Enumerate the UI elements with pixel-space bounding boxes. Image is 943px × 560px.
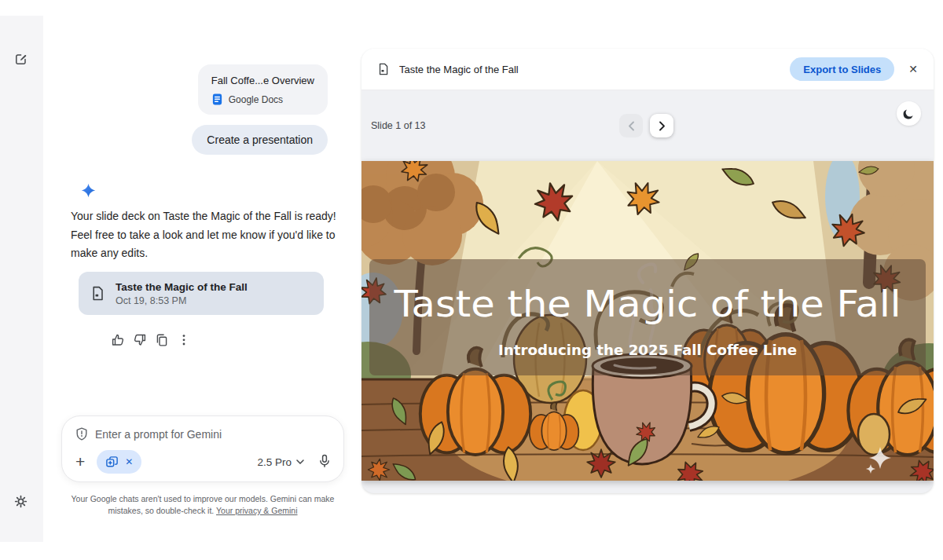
slide-title: Taste the Magic of the Fall <box>393 283 901 325</box>
chip-close-icon[interactable]: ✕ <box>125 456 133 467</box>
chevron-left-icon <box>628 121 635 131</box>
slide-counter: Slide 1 of 13 <box>371 120 426 131</box>
response-actions <box>110 333 192 349</box>
attachment-title: Fall Coffe...e Overview <box>211 75 314 86</box>
context-chip[interactable]: ✕ <box>97 450 141 474</box>
export-to-slides-button[interactable]: Export to Slides <box>790 57 894 81</box>
attachment-source: Google Docs <box>229 94 283 105</box>
document-icon <box>90 286 105 301</box>
slides-preview-panel: Taste the Magic of the Fall Export to Sl… <box>361 49 934 493</box>
google-docs-icon <box>211 93 223 105</box>
file-card-title: Taste the Magic of the Fall <box>116 281 248 293</box>
screen-context-icon <box>105 456 119 469</box>
thumbs-up-button[interactable] <box>110 333 126 349</box>
user-messages: Fall Coffe...e Overview Google Docs Crea… <box>71 64 328 155</box>
user-doc-attachment-bubble[interactable]: Fall Coffe...e Overview Google Docs <box>198 64 328 115</box>
privacy-link[interactable]: Your privacy & Gemini <box>216 506 298 515</box>
settings-button[interactable] <box>14 495 28 511</box>
copy-button[interactable] <box>154 333 170 349</box>
preview-title: Taste the Magic of the Fall <box>399 64 519 75</box>
thumbs-down-icon <box>133 333 147 347</box>
compose-icon <box>14 52 28 66</box>
sidebar <box>0 16 43 542</box>
previous-slide-button[interactable] <box>619 114 643 137</box>
thumbs-up-icon <box>111 333 125 347</box>
document-icon <box>377 63 390 75</box>
preview-header: Taste the Magic of the Fall Export to Sl… <box>361 49 934 90</box>
slide-subtitle: Introducing the 2025 Fall Coffee Line <box>498 342 797 358</box>
mic-icon <box>317 454 332 468</box>
gear-icon <box>14 495 28 508</box>
next-slide-button[interactable] <box>650 114 673 137</box>
slide-preview: Taste the Magic of the Fall Introducing … <box>361 161 934 481</box>
file-card-timestamp: Oct 19, 8:53 PM <box>116 295 248 306</box>
moon-icon <box>902 107 915 120</box>
new-chat-button[interactable] <box>14 52 28 68</box>
chevron-down-icon <box>296 459 304 464</box>
user-prompt-bubble: Create a presentation <box>192 125 328 155</box>
add-attachment-button[interactable]: + <box>75 454 85 470</box>
chevron-right-icon <box>659 121 666 131</box>
thumbs-down-button[interactable] <box>132 333 148 349</box>
prompt-input[interactable] <box>95 428 329 441</box>
more-vert-icon <box>177 333 191 347</box>
app-root: Fall Coffe...e Overview Google Docs Crea… <box>0 0 943 560</box>
mic-button[interactable] <box>317 454 332 470</box>
gemini-sparkle-icon <box>81 183 96 201</box>
more-options-button[interactable] <box>176 333 192 349</box>
close-button[interactable]: ✕ <box>904 58 923 80</box>
presentation-file-card[interactable]: Taste the Magic of the Fall Oct 19, 8:53… <box>79 272 324 315</box>
dark-mode-toggle[interactable] <box>897 101 921 126</box>
model-selector[interactable]: 2.5 Pro <box>257 456 304 468</box>
model-response-text: Your slide deck on Taste the Magic of th… <box>71 207 336 263</box>
model-selector-label: 2.5 Pro <box>257 456 292 468</box>
copy-icon <box>155 333 169 347</box>
disclaimer-text: Your Google chats aren't used to improve… <box>57 493 349 517</box>
shield-icon <box>75 427 88 441</box>
chat-column: Fall Coffe...e Overview Google Docs Crea… <box>43 16 361 542</box>
prompt-input-container: + ✕ 2.5 Pro <box>61 415 344 482</box>
